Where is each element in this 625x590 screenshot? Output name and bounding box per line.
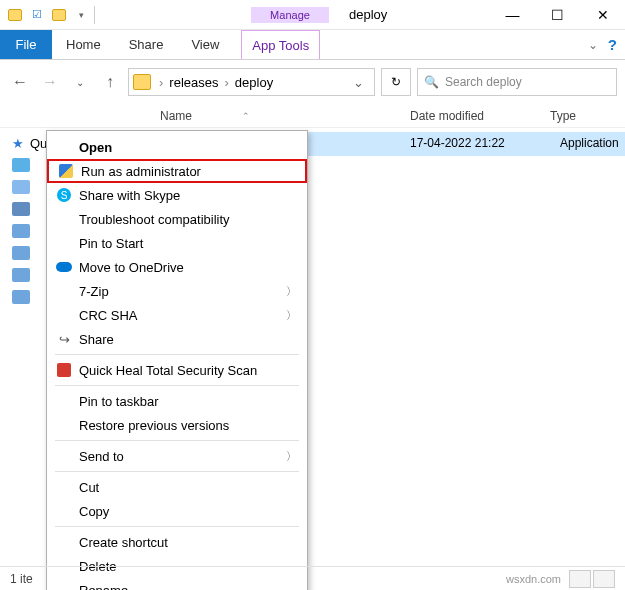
details-view-button[interactable]: [569, 570, 591, 588]
menu-quick-heal[interactable]: Quick Heal Total Security Scan: [47, 358, 307, 382]
submenu-arrow-icon: 〉: [286, 449, 297, 464]
menu-create-shortcut[interactable]: Create shortcut: [47, 530, 307, 554]
onedrive-icon: [12, 158, 30, 172]
name-column-header[interactable]: Name⌃: [160, 109, 410, 123]
file-type: Application: [560, 136, 619, 150]
menu-send-to[interactable]: Send to〉: [47, 444, 307, 468]
sort-indicator-icon: ⌃: [242, 111, 250, 121]
navigation-row: ← → ⌄ ↑ › releases › deploy ⌄ ↻ 🔍 Search…: [0, 60, 625, 104]
menu-crc-sha[interactable]: CRC SHA〉: [47, 303, 307, 327]
column-headers: Name⌃ Date modified Type: [0, 104, 625, 128]
forward-button[interactable]: →: [38, 70, 62, 94]
menu-7zip[interactable]: 7-Zip〉: [47, 279, 307, 303]
refresh-button[interactable]: ↻: [381, 68, 411, 96]
folder-icon: [12, 224, 30, 238]
menu-open[interactable]: Open: [47, 135, 307, 159]
quick-access-toolbar: ☑ ▾: [0, 4, 101, 26]
manage-contextual-tab[interactable]: Manage: [251, 7, 329, 23]
window-controls: ― ☐ ✕: [490, 1, 625, 29]
view-tab[interactable]: View: [177, 30, 233, 59]
menu-pin-taskbar[interactable]: Pin to taskbar: [47, 389, 307, 413]
watermark: wsxdn.com: [506, 573, 561, 585]
qat-dropdown-icon[interactable]: ▾: [70, 4, 92, 26]
home-tab[interactable]: Home: [52, 30, 115, 59]
folder-qat-icon[interactable]: [48, 4, 70, 26]
folder-icon: [133, 74, 151, 90]
onedrive-icon: [56, 262, 72, 272]
star-icon: ★: [12, 136, 24, 151]
folder-icon: [12, 290, 30, 304]
skype-icon: S: [57, 188, 71, 202]
title-bar: ☑ ▾ Manage deploy ― ☐ ✕: [0, 0, 625, 30]
shield-icon: [59, 164, 73, 178]
close-button[interactable]: ✕: [580, 1, 625, 29]
search-input[interactable]: 🔍 Search deploy: [417, 68, 617, 96]
submenu-arrow-icon: 〉: [286, 308, 297, 323]
file-tab[interactable]: File: [0, 30, 52, 59]
context-menu: Open Run as administrator SShare with Sk…: [46, 130, 308, 590]
type-column-header[interactable]: Type: [550, 109, 625, 123]
chevron-right-icon[interactable]: ›: [222, 75, 230, 90]
quickheal-icon: [57, 363, 71, 377]
minimize-button[interactable]: ―: [490, 1, 535, 29]
thumbnails-view-button[interactable]: [593, 570, 615, 588]
ribbon-tabs: File Home Share View App Tools ⌄ ?: [0, 30, 625, 60]
breadcrumb-segment[interactable]: deploy: [231, 75, 277, 90]
breadcrumb-segment[interactable]: releases: [165, 75, 222, 90]
folder-icon: [12, 180, 30, 194]
menu-separator: [55, 385, 299, 386]
menu-share-skype[interactable]: SShare with Skype: [47, 183, 307, 207]
address-bar[interactable]: › releases › deploy ⌄: [128, 68, 375, 96]
window-title: deploy: [349, 7, 387, 22]
search-placeholder: Search deploy: [445, 75, 522, 89]
menu-cut[interactable]: Cut: [47, 475, 307, 499]
view-toggles: [569, 570, 615, 588]
menu-pin-start[interactable]: Pin to Start: [47, 231, 307, 255]
menu-share[interactable]: ↪Share: [47, 327, 307, 351]
menu-copy[interactable]: Copy: [47, 499, 307, 523]
menu-separator: [55, 471, 299, 472]
folder-icon: [12, 268, 30, 282]
menu-run-as-admin[interactable]: Run as administrator: [47, 159, 307, 183]
menu-troubleshoot[interactable]: Troubleshoot compatibility: [47, 207, 307, 231]
item-count: 1 ite: [10, 572, 33, 586]
file-date: 17-04-2022 21:22: [410, 136, 505, 150]
folder-icon: [12, 246, 30, 260]
menu-separator: [55, 354, 299, 355]
ribbon-expand-icon[interactable]: ⌄: [578, 30, 608, 59]
menu-restore-versions[interactable]: Restore previous versions: [47, 413, 307, 437]
address-dropdown-icon[interactable]: ⌄: [347, 75, 370, 90]
properties-qat-icon[interactable]: ☑: [26, 4, 48, 26]
back-button[interactable]: ←: [8, 70, 32, 94]
folder-icon: [4, 4, 26, 26]
submenu-arrow-icon: 〉: [286, 284, 297, 299]
pc-icon: [12, 202, 30, 216]
up-button[interactable]: ↑: [98, 70, 122, 94]
menu-move-onedrive[interactable]: Move to OneDrive: [47, 255, 307, 279]
menu-separator: [55, 526, 299, 527]
recent-dropdown-icon[interactable]: ⌄: [68, 70, 92, 94]
date-column-header[interactable]: Date modified: [410, 109, 550, 123]
divider: [94, 6, 95, 24]
search-icon: 🔍: [424, 75, 439, 89]
maximize-button[interactable]: ☐: [535, 1, 580, 29]
help-icon[interactable]: ?: [608, 30, 617, 59]
chevron-right-icon[interactable]: ›: [157, 75, 165, 90]
app-tools-tab[interactable]: App Tools: [241, 30, 320, 59]
status-bar: 1 ite wsxdn.com: [0, 566, 625, 590]
share-icon: ↪: [53, 332, 75, 347]
share-tab[interactable]: Share: [115, 30, 178, 59]
menu-separator: [55, 440, 299, 441]
